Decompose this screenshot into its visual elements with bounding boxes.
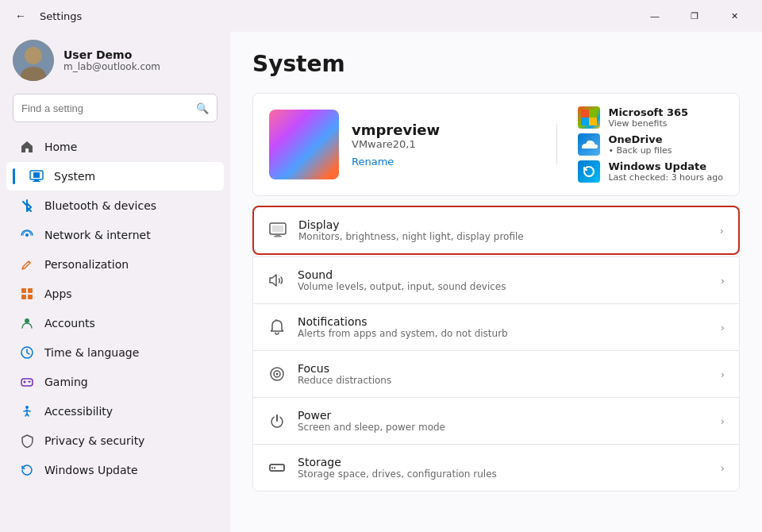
sidebar-item-accounts-label: Accounts (44, 317, 95, 330)
winupdate-name: Windows Update (608, 160, 723, 172)
power-text: Power Screen and sleep, power mode (298, 409, 710, 433)
quick-link-winupdate[interactable]: Windows Update Last checked: 3 hours ago (578, 160, 723, 183)
sidebar-item-accessibility[interactable]: Accessibility (6, 397, 224, 426)
svg-point-7 (25, 233, 29, 237)
svg-point-1 (25, 47, 42, 64)
titlebar: ← Settings — ❐ ✕ (0, 0, 762, 32)
power-icon (267, 411, 287, 430)
notifications-name: Notifications (298, 315, 710, 328)
svg-rect-9 (28, 288, 33, 293)
search-input[interactable] (21, 102, 190, 114)
settings-item-focus[interactable]: Focus Reduce distractions › (252, 350, 740, 397)
sidebar-item-update[interactable]: Windows Update (6, 456, 224, 484)
sidebar-item-privacy-label: Privacy & security (44, 434, 144, 447)
svg-point-26 (276, 373, 279, 376)
apps-icon (19, 286, 35, 302)
home-icon (19, 139, 35, 155)
sidebar-item-home[interactable]: Home (6, 133, 224, 161)
sidebar-item-accounts[interactable]: Accounts (6, 309, 224, 337)
svg-rect-8 (21, 288, 26, 293)
device-type: VMware20,1 (352, 138, 536, 150)
storage-text: Storage Storage space, drives, configura… (298, 456, 710, 480)
minimize-button[interactable]: — (637, 3, 673, 29)
back-button[interactable]: ← (10, 5, 32, 27)
svg-rect-18 (581, 118, 589, 125)
settings-item-sound[interactable]: Sound Volume levels, output, input, soun… (252, 256, 740, 303)
storage-desc: Storage space, drives, configuration rul… (298, 468, 710, 480)
personalization-icon (19, 256, 35, 272)
svg-rect-4 (33, 172, 40, 178)
device-rename-link[interactable]: Rename (352, 156, 394, 168)
window-controls: — ❐ ✕ (637, 3, 752, 29)
settings-item-storage[interactable]: Storage Storage space, drives, configura… (252, 444, 740, 492)
svg-rect-10 (21, 295, 26, 299)
maximize-button[interactable]: ❐ (676, 3, 713, 29)
ms365-name: Microsoft 365 (608, 106, 688, 118)
search-box[interactable]: 🔍 (13, 94, 217, 122)
settings-item-notifications[interactable]: Notifications Alerts from apps and syste… (252, 303, 740, 350)
sidebar-item-gaming-label: Gaming (44, 376, 88, 388)
display-chevron: › (720, 225, 724, 237)
sidebar-item-privacy[interactable]: Privacy & security (6, 426, 224, 455)
device-name: vmpreview (352, 121, 536, 138)
search-container: 🔍 (0, 94, 230, 132)
sidebar-item-system[interactable]: System (6, 162, 224, 191)
user-info: User Demo m_lab@outlook.com (64, 48, 160, 72)
focus-desc: Reduce distractions (298, 375, 710, 386)
onedrive-desc: • Back up files (608, 145, 672, 156)
accessibility-icon (19, 403, 35, 419)
winupdate-desc: Last checked: 3 hours ago (608, 172, 723, 183)
settings-item-power[interactable]: Power Screen and sleep, power mode › (252, 397, 740, 444)
quick-links: Microsoft 365 View benefits OneDrive • B… (578, 106, 723, 183)
content-area: System vmpreview VMware20,1 Rename (230, 32, 762, 532)
user-name: User Demo (64, 48, 160, 61)
svg-point-12 (25, 318, 29, 323)
sidebar-item-update-label: Windows Update (44, 464, 138, 476)
app-body: User Demo m_lab@outlook.com 🔍 Home (0, 32, 762, 532)
user-email: m_lab@outlook.com (64, 61, 160, 72)
user-profile[interactable]: User Demo m_lab@outlook.com (0, 32, 230, 94)
winupdate-icon (578, 160, 600, 183)
settings-list: Display Monitors, brightness, night ligh… (252, 206, 740, 492)
sidebar-item-bluetooth[interactable]: Bluetooth & devices (6, 191, 224, 220)
storage-name: Storage (298, 456, 710, 468)
sidebar-item-accessibility-label: Accessibility (44, 405, 113, 418)
sidebar-item-personalization[interactable]: Personalization (6, 250, 224, 279)
sidebar-item-personalization-label: Personalization (44, 258, 129, 271)
storage-icon (267, 458, 287, 477)
avatar (13, 40, 54, 81)
time-icon (19, 345, 35, 360)
svg-rect-23 (274, 236, 282, 237)
display-text: Display Monitors, brightness, night ligh… (298, 218, 709, 242)
gaming-icon (19, 374, 35, 390)
settings-item-display[interactable]: Display Monitors, brightness, night ligh… (252, 206, 740, 255)
notifications-icon (267, 318, 287, 337)
sidebar-item-time[interactable]: Time & language (6, 338, 224, 367)
ms365-icon (578, 106, 600, 129)
storage-chevron: › (721, 462, 725, 474)
display-icon (268, 221, 287, 240)
sidebar-item-bluetooth-label: Bluetooth & devices (44, 199, 156, 212)
titlebar-left: ← Settings (10, 5, 82, 27)
system-info-card: vmpreview VMware20,1 Rename (252, 93, 740, 196)
notifications-chevron: › (721, 322, 725, 333)
sidebar-item-home-label: Home (44, 141, 77, 153)
privacy-icon (19, 433, 35, 449)
sound-chevron: › (721, 275, 725, 287)
sound-desc: Volume levels, output, input, sound devi… (298, 281, 710, 292)
svg-rect-16 (581, 110, 589, 118)
sound-icon (267, 271, 287, 290)
quick-links-separator (556, 125, 557, 164)
sidebar-item-network[interactable]: Network & internet (6, 221, 224, 249)
onedrive-icon (578, 133, 600, 156)
quick-link-ms365[interactable]: Microsoft 365 View benefits (578, 106, 723, 129)
sidebar-item-gaming[interactable]: Gaming (6, 368, 224, 396)
ms365-desc: View benefits (608, 118, 688, 129)
sidebar-item-apps[interactable]: Apps (6, 279, 224, 308)
display-desc: Monitors, brightness, night light, displ… (298, 231, 709, 242)
sidebar: User Demo m_lab@outlook.com 🔍 Home (0, 32, 230, 532)
close-button[interactable]: ✕ (716, 3, 752, 29)
quick-link-onedrive[interactable]: OneDrive • Back up files (578, 133, 723, 156)
sidebar-item-time-label: Time & language (44, 346, 139, 359)
power-chevron: › (721, 415, 725, 427)
